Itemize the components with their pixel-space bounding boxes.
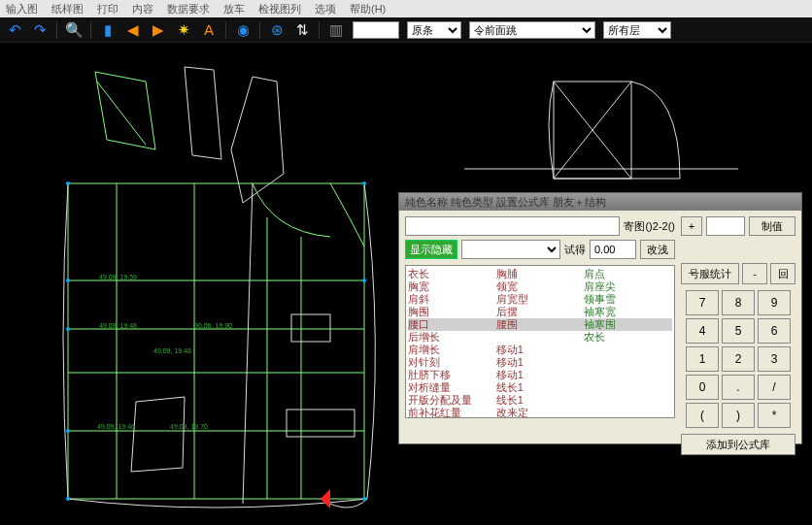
numkey-7[interactable]: 7: [686, 290, 719, 315]
create-button[interactable]: 制值: [749, 216, 795, 236]
numkey-)[interactable]: ): [722, 403, 755, 428]
svg-point-19: [362, 497, 366, 501]
numkey-/[interactable]: /: [758, 375, 791, 400]
expression-input[interactable]: [405, 216, 620, 236]
list-row[interactable]: 胸宽领宽肩座尖: [408, 280, 672, 293]
svg-text:49.09, 19.46: 49.09, 19.46: [97, 423, 135, 430]
svg-point-15: [362, 279, 366, 282]
menu-item[interactable]: 数据要求: [167, 2, 210, 16]
arrow-right-icon[interactable]: ▶: [150, 21, 167, 39]
list-row[interactable]: 对析缝量线长1: [408, 381, 672, 394]
list-row[interactable]: 肚脐下移移动1: [408, 369, 672, 381]
arrow-left-icon[interactable]: ◀: [124, 21, 142, 39]
toolbar-select-3[interactable]: 所有层: [603, 21, 671, 39]
text-icon[interactable]: A: [200, 21, 218, 39]
numkey-2[interactable]: 2: [722, 346, 755, 372]
list-row[interactable]: 腰口腰围袖寒围: [408, 318, 672, 331]
numkey-9[interactable]: 9: [758, 290, 791, 315]
svg-point-14: [66, 279, 70, 282]
svg-rect-10: [291, 314, 330, 342]
svg-marker-20: [321, 489, 330, 509]
numkey-*[interactable]: *: [758, 403, 791, 428]
svg-text:49.09, 19.70: 49.09, 19.70: [170, 423, 208, 430]
numkey-8[interactable]: 8: [722, 290, 755, 315]
list-row[interactable]: 胸围后摆袖寒宽: [408, 306, 672, 318]
result-value[interactable]: [590, 240, 636, 259]
toolbar-select-1[interactable]: 原条: [407, 21, 461, 39]
backspace-key[interactable]: 回: [770, 263, 795, 284]
list-row[interactable]: 后增长农长: [408, 331, 672, 344]
svg-point-13: [362, 181, 366, 185]
menubar: 输入图 纸样图 打印 内容 数据要求 放车 检视图列 选项 帮助(H): [0, 0, 812, 17]
result-label: 试得: [564, 243, 586, 257]
svg-point-17: [66, 429, 70, 433]
list-row[interactable]: 开版分配及量线长1: [408, 394, 672, 407]
numkey-0[interactable]: 0: [686, 375, 719, 400]
numkey-6[interactable]: 6: [758, 318, 791, 344]
show-hide-button[interactable]: 显示隐藏: [405, 240, 457, 259]
svg-point-18: [66, 497, 70, 501]
variable-list[interactable]: 衣长胸脯肩点胸宽领宽肩座尖肩斜肩宽型领事雪胸围后摆袖寒宽腰口腰围袖寒围后增长农长…: [405, 265, 675, 418]
stats-button[interactable]: 号服统计: [681, 263, 739, 284]
measure-dialog: 純色名称 纯色类型 設置公式库 朋友＋结构 寄图()2-2() 显示隐藏 试得 …: [398, 192, 802, 444]
circle-icon[interactable]: ◉: [234, 21, 252, 39]
numkey-.[interactable]: .: [722, 375, 755, 400]
svg-text:96.06, 19.90: 96.06, 19.90: [194, 322, 232, 329]
menu-item[interactable]: 放车: [223, 2, 245, 16]
zoom-icon[interactable]: 🔍: [65, 21, 83, 39]
numkey-1[interactable]: 1: [686, 346, 719, 372]
numkey-4[interactable]: 4: [686, 318, 719, 344]
undo-icon[interactable]: ↶: [6, 21, 23, 39]
numkey-5[interactable]: 5: [722, 318, 755, 344]
minus-key[interactable]: -: [742, 263, 767, 284]
numkey-3[interactable]: 3: [758, 346, 791, 372]
svg-point-12: [66, 181, 70, 185]
setting-icon[interactable]: ✷: [175, 21, 192, 39]
numbox-input[interactable]: [706, 216, 745, 236]
menu-item[interactable]: 检视图列: [258, 2, 301, 16]
list-row[interactable]: 肩增长移动1: [408, 344, 672, 356]
menu-item[interactable]: 纸样图: [51, 2, 84, 16]
handle-icon[interactable]: ⇅: [293, 21, 311, 39]
dialog-title[interactable]: 純色名称 纯色类型 設置公式库 朋友＋结构: [399, 193, 801, 211]
change-button[interactable]: 改浅: [640, 240, 675, 259]
wheel-icon[interactable]: ⊛: [268, 21, 286, 39]
svg-rect-11: [287, 410, 355, 437]
menu-item[interactable]: 内容: [132, 2, 153, 16]
toolbar-select-2[interactable]: 令前面跳: [469, 21, 595, 39]
svg-text:49.09, 19.48: 49.09, 19.48: [99, 322, 137, 329]
list-row[interactable]: 衣长胸脯肩点: [408, 268, 672, 280]
svg-text:49.09, 19.48: 49.09, 19.48: [153, 347, 191, 354]
toolbar: ↶ ↷ 🔍 ▮ ◀ ▶ ✷ A ◉ ⊛ ⇅ ▥ 原条 令前面跳 所有层: [0, 17, 812, 43]
plus-button[interactable]: +: [681, 216, 702, 236]
ruler-icon[interactable]: ▥: [327, 21, 345, 39]
svg-point-16: [66, 327, 70, 331]
menu-item[interactable]: 选项: [315, 2, 336, 16]
redo-icon[interactable]: ↷: [31, 21, 49, 39]
expression-suffix: 寄图()2-2(): [624, 219, 675, 234]
add-formula-button[interactable]: 添加到公式库: [681, 434, 795, 455]
menu-item[interactable]: 输入图: [6, 2, 38, 16]
doc-icon[interactable]: ▮: [99, 21, 117, 39]
toolbar-input[interactable]: [353, 21, 399, 39]
numpad: 7894561230./()*: [681, 290, 795, 428]
numkey-([interactable]: (: [686, 403, 719, 428]
menu-item[interactable]: 打印: [97, 2, 118, 16]
list-row[interactable]: 对针刻移动1: [408, 356, 672, 369]
svg-text:49.09, 19.59: 49.09, 19.59: [99, 274, 137, 280]
list-row[interactable]: 肩斜肩宽型领事雪: [408, 293, 672, 306]
filter-select[interactable]: [461, 240, 560, 259]
list-row[interactable]: 前补花红量改来定: [408, 407, 672, 418]
menu-item[interactable]: 帮助(H): [350, 2, 386, 16]
